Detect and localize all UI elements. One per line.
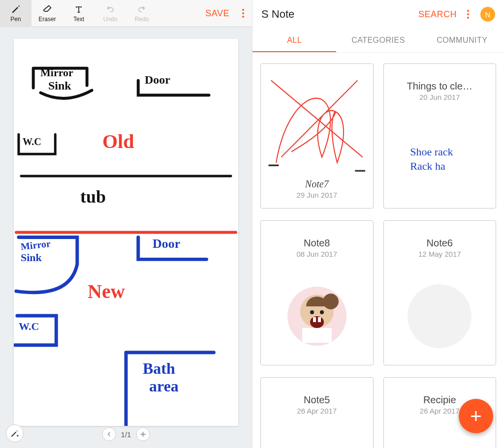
canvas-label: Door bbox=[153, 237, 180, 251]
pen-icon bbox=[10, 4, 21, 15]
text-icon bbox=[73, 4, 84, 15]
canvas-strokes bbox=[14, 39, 238, 426]
note-thumbnail: Shoe rack Rack ha bbox=[384, 110, 496, 208]
chevron-left-icon bbox=[107, 432, 112, 437]
blank-preview-icon bbox=[408, 284, 472, 348]
svg-point-5 bbox=[310, 316, 324, 328]
note-card[interactable]: Things to cle… 20 Jun 2017 Shoe rack Rac… bbox=[383, 63, 497, 209]
account-avatar[interactable]: N bbox=[480, 7, 495, 22]
redo-icon bbox=[136, 4, 147, 15]
note-card[interactable]: Note6 12 May 2017 bbox=[383, 220, 497, 365]
note-card[interactable]: Note7 29 Jun 2017 bbox=[260, 63, 374, 209]
note-title: Note5 bbox=[261, 394, 373, 406]
editor-toolbar: Pen Eraser Text Undo bbox=[0, 0, 252, 27]
more-vertical-icon bbox=[467, 13, 469, 15]
canvas-label: Door bbox=[145, 73, 170, 87]
search-button[interactable]: SEARCH bbox=[418, 9, 457, 20]
notes-list-pane: S Note SEARCH N ALL CATEGORIES COMMUNITY bbox=[252, 0, 504, 448]
canvas-label: Sink bbox=[21, 251, 42, 264]
note-title: Note7 bbox=[261, 179, 373, 190]
svg-rect-7 bbox=[318, 317, 321, 322]
note-thumbnail bbox=[261, 267, 373, 365]
canvas-label: tub bbox=[80, 186, 106, 207]
svg-rect-6 bbox=[313, 317, 316, 322]
notes-grid[interactable]: Note7 29 Jun 2017 Things to cle… 20 Jun … bbox=[252, 53, 504, 448]
more-vertical-icon bbox=[242, 12, 244, 14]
canvas-label: New bbox=[88, 280, 125, 303]
redo-button[interactable]: Redo bbox=[126, 0, 158, 27]
note-date: 12 May 2017 bbox=[384, 250, 496, 258]
note-thumbnail bbox=[261, 64, 373, 174]
note-card[interactable]: Note8 08 Jun 2017 bbox=[260, 220, 374, 365]
note-thumbnail bbox=[384, 267, 496, 365]
page-prev-button[interactable] bbox=[102, 427, 116, 441]
page-indicator: 1/1 bbox=[121, 430, 131, 439]
pen-settings-button[interactable] bbox=[6, 424, 24, 442]
tool-label: Text bbox=[73, 16, 84, 23]
canvas-label: W.C bbox=[23, 136, 41, 148]
canvas-label: Old bbox=[102, 130, 134, 153]
save-button[interactable]: SAVE bbox=[200, 8, 234, 19]
plus-icon: + bbox=[470, 405, 481, 427]
eraser-tool-button[interactable]: Eraser bbox=[32, 0, 63, 27]
canvas-label: Mirror bbox=[40, 66, 73, 79]
svg-point-4 bbox=[320, 310, 324, 314]
pen-star-icon bbox=[10, 428, 20, 438]
tool-label: Eraser bbox=[38, 16, 56, 23]
eraser-icon bbox=[42, 4, 53, 15]
svg-point-0 bbox=[17, 435, 18, 436]
tool-label: Redo bbox=[135, 16, 149, 23]
pager: 1/1 bbox=[102, 427, 150, 441]
page-add-button[interactable] bbox=[136, 427, 150, 441]
plus-icon bbox=[140, 431, 146, 437]
cartoon-avatar-icon bbox=[287, 287, 346, 346]
editor-pane: Pen Eraser Text Undo bbox=[0, 0, 252, 448]
canvas-label: W.C bbox=[19, 320, 39, 333]
editor-more-button[interactable] bbox=[234, 12, 252, 14]
tab-community[interactable]: COMMUNITY bbox=[420, 29, 504, 52]
canvas-label: Bath bbox=[143, 359, 175, 378]
list-header: S Note SEARCH N bbox=[252, 0, 504, 29]
tab-categories[interactable]: CATEGORIES bbox=[336, 29, 420, 52]
note-title: Note6 bbox=[384, 238, 496, 249]
note-date: 26 Apr 2017 bbox=[261, 407, 373, 415]
svg-rect-8 bbox=[302, 328, 332, 343]
list-more-button[interactable] bbox=[461, 13, 475, 15]
preview-line: Shoe rack bbox=[410, 145, 474, 159]
note-title: Things to cle… bbox=[384, 81, 496, 92]
note-date: 08 Jun 2017 bbox=[261, 250, 373, 258]
undo-button[interactable]: Undo bbox=[94, 0, 126, 27]
undo-icon bbox=[105, 4, 116, 15]
app-title: S Note bbox=[261, 8, 294, 21]
tab-all[interactable]: ALL bbox=[252, 29, 336, 52]
note-card[interactable]: Note5 26 Apr 2017 bbox=[260, 377, 374, 448]
canvas-label: area bbox=[149, 377, 179, 395]
drawing-canvas[interactable]: Mirror Sink Door W.C Old tub Mirror Sink… bbox=[14, 39, 238, 426]
canvas-label: Sink bbox=[48, 79, 71, 92]
pen-tool-button[interactable]: Pen bbox=[0, 0, 32, 27]
tool-label: Undo bbox=[103, 16, 118, 23]
preview-line: Rack ha bbox=[410, 159, 474, 174]
note-date: 29 Jun 2017 bbox=[261, 191, 373, 199]
scribble-icon bbox=[261, 64, 373, 174]
new-note-fab[interactable]: + bbox=[459, 399, 493, 433]
text-tool-button[interactable]: Text bbox=[63, 0, 94, 27]
note-date: 20 Jun 2017 bbox=[384, 93, 496, 101]
tool-label: Pen bbox=[10, 16, 21, 23]
svg-point-3 bbox=[310, 310, 314, 314]
tab-bar: ALL CATEGORIES COMMUNITY bbox=[252, 29, 504, 52]
note-title: Note8 bbox=[261, 238, 373, 249]
canvas-area: Mirror Sink Door W.C Old tub Mirror Sink… bbox=[0, 27, 252, 448]
